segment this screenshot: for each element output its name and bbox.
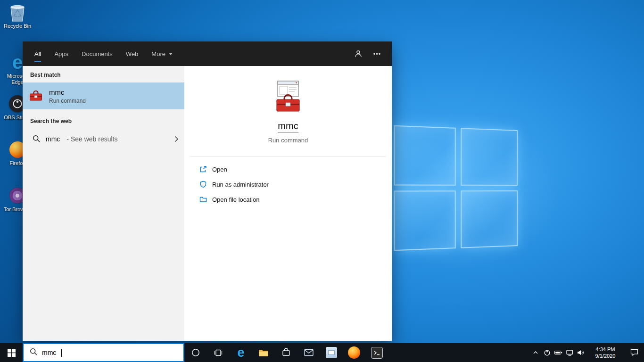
desktop-icon-recycle-bin[interactable]: Recycle Bin [1,3,34,29]
search-web-header: Search the web [23,117,184,129]
account-icon [354,49,363,58]
results-pane: Best match mmc Run command Search the we… [23,66,184,341]
wallpaper-logo-pane [461,128,518,186]
volume-icon [577,350,585,355]
tab-more-label: More [151,50,165,58]
tray-volume-button[interactable] [575,343,586,362]
tab-all[interactable]: All [34,41,41,66]
cortana-button[interactable] [184,343,207,362]
edge-icon: e [237,346,244,359]
best-match-header: Best match [23,71,184,82]
system-tray: 4:34 PM 9/1/2020 [530,343,644,362]
text-cursor [61,349,62,357]
action-label: Open file location [212,196,259,203]
action-open[interactable]: Open [199,162,392,177]
action-label: Open [212,166,227,173]
tray-network-button[interactable] [564,343,575,362]
tab-documents[interactable]: Documents [82,41,113,66]
pinned-firefox[interactable] [343,343,365,362]
web-suffix: - See web results [66,135,117,143]
best-match-text: mmc Run command [49,88,86,104]
web-search-result[interactable]: mmc - See web results [23,129,184,149]
chevron-right-icon[interactable] [174,136,179,142]
preview-title: mmc [278,121,298,132]
more-options-button[interactable]: ••• [369,46,385,62]
result-subtitle: Run command [49,98,86,104]
wallpaper-logo-pane [394,190,456,251]
tab-web[interactable]: Web [126,41,139,66]
search-header: All Apps Documents Web More ••• [23,41,392,66]
terminal-icon [371,347,383,359]
result-title: mmc [49,88,86,96]
wallpaper-logo-pane [461,190,518,248]
network-icon [566,350,573,356]
task-view-icon [214,349,223,356]
windows-wallpaper-logo [394,125,518,251]
folder-icon [199,196,207,203]
action-open-file-location[interactable]: Open file location [199,192,392,207]
tab-more[interactable]: More [151,41,173,66]
obs-tray-icon [544,350,550,356]
windows-logo-icon [8,349,16,357]
preview-actions: Open Run as administrator Open file loca… [184,156,392,207]
search-icon [33,135,40,144]
wallpaper-logo-pane [394,125,456,186]
best-match-result-mmc[interactable]: mmc Run command [23,82,184,109]
tray-battery-button[interactable] [553,343,564,362]
search-query-text: mmc [42,349,56,356]
tray-obs-button[interactable] [541,343,553,362]
search-body: Best match mmc Run command Search the we… [23,66,392,341]
search-header-actions: ••• [350,41,392,66]
pinned-app[interactable] [320,343,343,362]
chevron-up-icon [533,351,538,354]
pinned-file-explorer[interactable] [252,343,275,362]
taskbar: mmc e [0,343,644,362]
clock-date: 9/1/2020 [595,353,616,359]
open-icon [199,165,207,173]
search-tabs: All Apps Documents Web More [23,41,173,66]
clock-time: 4:34 PM [596,346,615,353]
web-query: mmc [46,135,60,143]
action-run-as-administrator[interactable]: Run as administrator [199,177,392,192]
preview-pane: mmc Run command Open Run as administrato… [184,66,392,341]
firefox-icon [348,346,360,359]
pinned-app-icon [326,347,337,358]
search-icon [30,348,37,357]
action-label: Run as administrator [212,181,269,188]
pinned-microsoft-edge[interactable]: e [230,343,252,362]
file-explorer-icon [258,348,269,357]
running-terminal-app[interactable] [365,343,388,362]
search-flyout: All Apps Documents Web More ••• Best mat… [23,41,392,341]
taskbar-clock[interactable]: 4:34 PM 9/1/2020 [586,343,624,362]
recycle-bin-icon [1,3,34,22]
taskbar-search-input[interactable]: mmc [23,343,184,362]
pinned-microsoft-store[interactable] [275,343,297,362]
account-button[interactable] [350,46,366,62]
action-center-icon [630,349,638,356]
desktop-icon-label: Recycle Bin [1,23,34,29]
mmc-app-icon-large [271,79,305,115]
pinned-mail[interactable] [297,343,320,362]
mmc-toolbox-icon [29,88,43,104]
chevron-down-icon [169,53,173,55]
battery-icon [554,350,562,355]
mail-envelope-icon [304,349,314,356]
preview-subtitle: Run command [268,137,308,144]
cortana-icon [191,348,200,357]
shield-icon [199,181,207,188]
hidden-icons-chevron[interactable] [530,343,541,362]
store-bag-icon [281,348,291,357]
ellipsis-icon: ••• [373,50,381,58]
action-center-button[interactable] [624,343,644,362]
task-view-button[interactable] [207,343,230,362]
tab-apps[interactable]: Apps [54,41,68,66]
start-button[interactable] [0,343,23,362]
